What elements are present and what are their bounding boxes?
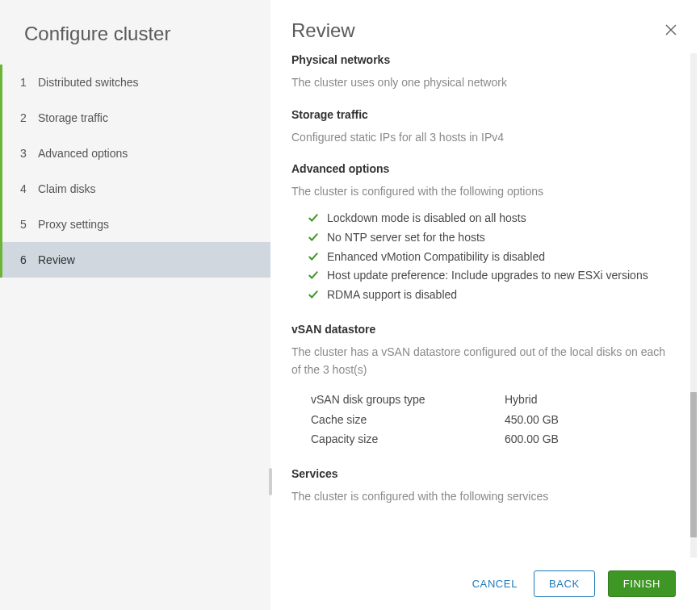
option-text: Enhanced vMotion Compatibility is disabl…: [327, 250, 545, 263]
section-title: Physical networks: [291, 53, 677, 66]
check-icon: [308, 232, 319, 243]
section-storage-traffic: Storage traffic Configured static IPs fo…: [291, 108, 677, 147]
table-row: vSAN disk groups type Hybrid: [311, 390, 677, 410]
detail-label: Capacity size: [311, 429, 505, 449]
check-icon: [308, 289, 319, 300]
section-advanced-options: Advanced options The cluster is configur…: [291, 162, 677, 305]
list-item: No NTP server set for the hosts: [312, 228, 677, 248]
sidebar: Configure cluster 1 Distributed switches…: [0, 0, 270, 610]
section-description: Configured static IPs for all 3 hosts in…: [291, 129, 677, 147]
list-item: Host update preference: Include upgrades…: [312, 266, 677, 286]
step-label: Storage traffic: [38, 111, 108, 124]
step-number: 4: [20, 182, 38, 195]
step-number: 6: [20, 253, 38, 266]
vsan-details-table: vSAN disk groups type Hybrid Cache size …: [291, 390, 677, 449]
section-title: Advanced options: [291, 162, 677, 175]
advanced-options-list: Lockdown mode is disabled on all hosts N…: [291, 209, 677, 305]
detail-value: 600.00 GB: [505, 429, 559, 449]
section-physical-networks: Physical networks The cluster uses only …: [291, 53, 677, 92]
option-text: Lockdown mode is disabled on all hosts: [327, 211, 526, 224]
step-label: Review: [38, 253, 75, 266]
section-description: The cluster uses only one physical netwo…: [291, 74, 677, 92]
option-text: No NTP server set for the hosts: [327, 231, 485, 244]
list-item: Lockdown mode is disabled on all hosts: [312, 209, 677, 228]
review-content: Physical networks The cluster uses only …: [270, 53, 689, 558]
step-number: 5: [20, 218, 38, 231]
section-description: The cluster is configured with the follo…: [291, 183, 677, 201]
detail-value: Hybrid: [505, 390, 537, 410]
check-icon: [308, 269, 319, 281]
page-title: Review: [291, 19, 355, 42]
sidebar-title: Configure cluster: [0, 23, 270, 65]
step-number: 1: [20, 76, 38, 89]
step-advanced-options[interactable]: 3 Advanced options: [2, 136, 270, 171]
table-row: Capacity size 600.00 GB: [311, 429, 677, 449]
step-label: Proxy settings: [38, 218, 109, 231]
list-item: RDMA support is disabled: [312, 286, 677, 305]
step-label: Advanced options: [38, 147, 128, 160]
detail-label: Cache size: [311, 410, 505, 430]
section-description: The cluster is configured with the follo…: [291, 488, 677, 506]
step-distributed-switches[interactable]: 1 Distributed switches: [2, 65, 270, 100]
scrollbar-thumb[interactable]: [690, 392, 697, 537]
list-item: Enhanced vMotion Compatibility is disabl…: [312, 248, 677, 267]
close-icon[interactable]: [664, 23, 677, 39]
check-icon: [308, 212, 319, 224]
detail-label: vSAN disk groups type: [311, 390, 505, 410]
option-text: Host update preference: Include upgrades…: [327, 269, 648, 282]
detail-value: 450.00 GB: [505, 410, 559, 430]
option-text: RDMA support is disabled: [327, 288, 457, 301]
finish-button[interactable]: FINISH: [608, 570, 676, 597]
step-number: 3: [20, 147, 38, 160]
back-button[interactable]: BACK: [534, 570, 595, 597]
cancel-button[interactable]: CANCEL: [469, 571, 521, 596]
step-storage-traffic[interactable]: 2 Storage traffic: [2, 100, 270, 136]
section-title: Storage traffic: [291, 108, 677, 121]
section-title: vSAN datastore: [291, 323, 677, 336]
section-vsan-datastore: vSAN datastore The cluster has a vSAN da…: [291, 323, 677, 449]
section-description: The cluster has a vSAN datastore configu…: [291, 344, 677, 378]
scrollbar-track[interactable]: [690, 53, 697, 558]
step-proxy-settings[interactable]: 5 Proxy settings: [2, 207, 270, 242]
section-services: Services The cluster is configured with …: [291, 467, 677, 506]
step-claim-disks[interactable]: 4 Claim disks: [2, 171, 270, 207]
table-row: Cache size 450.00 GB: [311, 410, 677, 430]
main-panel: Review Physical networks The cluster use…: [270, 0, 700, 610]
step-review[interactable]: 6 Review: [2, 242, 270, 278]
step-number: 2: [20, 111, 38, 124]
step-label: Claim disks: [38, 182, 96, 195]
section-title: Services: [291, 467, 677, 480]
wizard-steps: 1 Distributed switches 2 Storage traffic…: [0, 65, 270, 278]
step-label: Distributed switches: [38, 76, 139, 89]
check-icon: [308, 251, 319, 262]
wizard-footer: CANCEL BACK FINISH: [270, 558, 700, 610]
